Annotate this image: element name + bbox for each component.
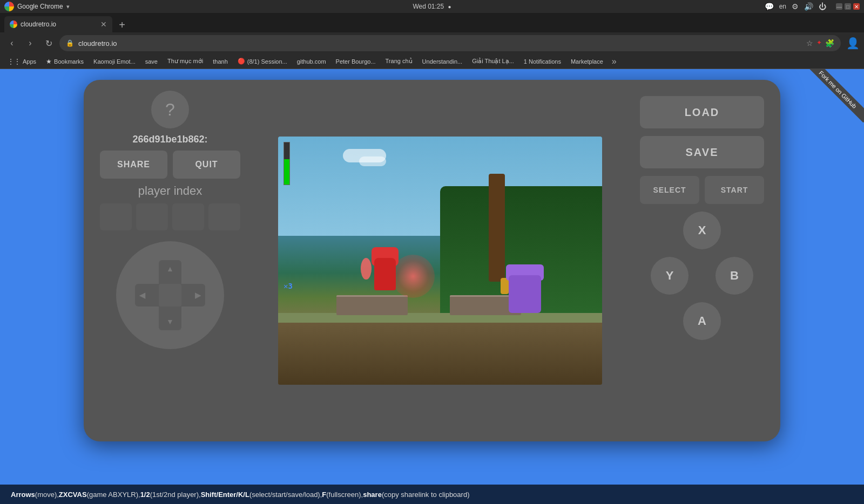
lock-icon: 🔒 <box>66 39 74 47</box>
select-button[interactable]: SELECT <box>640 176 699 204</box>
save-button[interactable]: SAVE <box>640 136 764 168</box>
bookmark-peter-label: Peter Bourgo... <box>336 58 376 65</box>
dpad-left-icon[interactable]: ◀ <box>139 291 145 299</box>
language-indicator[interactable]: en <box>779 3 786 10</box>
enemy-character <box>506 264 544 313</box>
player-slot-1[interactable] <box>100 203 132 230</box>
bookmark-facebook-notif[interactable]: 1 Notifications <box>521 57 564 66</box>
dpad-center <box>159 284 181 307</box>
cloud2 <box>359 156 386 166</box>
load-button[interactable]: LOAD <box>640 96 764 128</box>
game-canvas: ✕3 <box>278 137 602 385</box>
player-slot-2[interactable] <box>136 203 168 230</box>
bookmark-kaomoji-label: Kaomoji Emot... <box>93 58 136 65</box>
help-button[interactable]: ? <box>151 91 189 128</box>
player-character <box>369 247 401 290</box>
dropdown-arrow-icon[interactable]: ▾ <box>66 3 70 10</box>
browser-title: Google Chrome <box>17 3 63 10</box>
power-icon[interactable]: ⏻ <box>819 2 826 11</box>
player-slot-3[interactable] <box>172 203 204 230</box>
bookmark-giai-thuat[interactable]: Giải Thuật Lạ... <box>469 57 517 66</box>
status-share: share <box>363 491 382 499</box>
platform-1 <box>336 295 408 315</box>
enemy-body <box>509 275 541 313</box>
bookmark-giai-thuat-label: Giải Thuật Lạ... <box>472 58 514 65</box>
titlebar-clock: Wed 01:25 ● <box>413 3 451 10</box>
dpad-right-icon[interactable]: ▶ <box>195 291 201 299</box>
close-button[interactable]: ✕ <box>853 3 860 10</box>
chrome-logo-icon <box>4 2 14 11</box>
bookmark-marketplace[interactable]: Marketplace <box>568 57 606 66</box>
x-button[interactable]: X <box>683 212 721 249</box>
energy-bar-container <box>284 142 290 185</box>
bookmark-understanding[interactable]: Understandin... <box>419 57 466 66</box>
select-start-row: SELECT START <box>640 176 764 204</box>
player-slots <box>100 203 240 230</box>
start-button[interactable]: START <box>705 176 764 204</box>
bookmark-marketplace-label: Marketplace <box>571 58 603 65</box>
page-content: Fork me on GitHub ? 266d91be1b862: SHARE… <box>0 69 864 504</box>
address-text[interactable]: cloudretro.io <box>78 39 802 47</box>
browser-titlebar: Google Chrome ▾ Wed 01:25 ● 💬 en ⚙ 🔊 ⏻ —… <box>0 0 864 13</box>
bookmark-understanding-label: Understandin... <box>422 58 463 65</box>
quit-button[interactable]: QUIT <box>173 151 240 179</box>
y-b-row: Y B <box>640 257 764 295</box>
maximize-button[interactable]: □ <box>845 3 851 10</box>
star-icon[interactable]: ☆ <box>806 39 813 47</box>
dpad[interactable]: ▲ ▼ ◀ ▶ <box>116 241 224 349</box>
back-button[interactable]: ‹ <box>4 36 19 51</box>
titlebar-left: Google Chrome ▾ <box>4 2 70 11</box>
bookmarks-more-icon[interactable]: » <box>612 57 617 66</box>
player-slot-4[interactable] <box>208 203 240 230</box>
hud-lives: ✕3 <box>284 282 293 290</box>
audio-icon[interactable]: 🔊 <box>804 2 813 11</box>
ground <box>278 323 602 385</box>
address-box[interactable]: 🔒 cloudretro.io ☆ ✦ 🧩 <box>59 35 841 51</box>
window-controls: — □ ✕ <box>836 3 860 10</box>
player-body <box>374 258 396 290</box>
game-screen[interactable]: ✕3 <box>278 137 602 385</box>
bookmark-thanh[interactable]: thanh <box>210 57 231 66</box>
tree-trunk <box>489 174 505 282</box>
share-button[interactable]: SHARE <box>100 151 167 179</box>
y-button[interactable]: Y <box>651 257 688 295</box>
tab-bar: cloudretro.io ✕ + <box>0 13 864 32</box>
active-tab[interactable]: cloudretro.io ✕ <box>4 16 112 32</box>
tab-close-icon[interactable]: ✕ <box>100 20 107 29</box>
bookmark-trang-chu[interactable]: Trang chủ <box>382 57 416 66</box>
discord-icon: 💬 <box>765 2 774 11</box>
right-panel: LOAD SAVE SELECT START X Y B A <box>640 91 764 431</box>
bookmark-kaomoji[interactable]: Kaomoji Emot... <box>90 57 139 66</box>
status-shift: Shift/Enter/K/L <box>201 491 249 499</box>
bookmark-peter[interactable]: Peter Bourgo... <box>333 57 379 66</box>
bookmark-github-com-label: github.com <box>297 58 326 65</box>
status-arrows: Arrows <box>11 491 35 499</box>
dpad-down-icon[interactable]: ▼ <box>166 317 174 326</box>
settings-icon[interactable]: ⚙ <box>792 2 799 11</box>
bookmark-thu-muc[interactable]: Thư mục mới <box>164 57 206 66</box>
bookmark-thu-muc-label: Thư mục mới <box>167 58 203 65</box>
apps-icon: ⋮⋮ <box>8 58 21 65</box>
b-button[interactable]: B <box>716 257 753 295</box>
forward-button[interactable]: › <box>23 36 38 51</box>
fork-ribbon-text[interactable]: Fork me on GitHub <box>805 69 864 122</box>
bookmark-apps[interactable]: ⋮⋮ Apps <box>4 57 39 66</box>
fork-ribbon[interactable]: Fork me on GitHub <box>799 69 864 134</box>
bookmark-save-label: save <box>145 58 158 65</box>
bookmark-save[interactable]: save <box>142 57 161 66</box>
status-f: F <box>322 491 326 499</box>
new-tab-button[interactable]: + <box>114 17 130 32</box>
bookmark-github-com[interactable]: github.com <box>294 57 329 66</box>
bookmark-thanh-label: thanh <box>213 58 228 65</box>
bookmarks-bar: ⋮⋮ Apps ★ Bookmarks Kaomoji Emot... save… <box>0 54 864 69</box>
bookmark-session[interactable]: 🔴 (8/1) Session... <box>234 57 291 66</box>
a-button[interactable]: A <box>683 302 721 340</box>
reload-button[interactable]: ↻ <box>41 36 56 51</box>
bookmark-bookmarks[interactable]: ★ Bookmarks <box>43 57 87 66</box>
minimize-button[interactable]: — <box>836 3 842 10</box>
dpad-up-icon[interactable]: ▲ <box>166 264 174 273</box>
dpad-cross[interactable]: ▲ ▼ ◀ ▶ <box>135 260 205 330</box>
star-bm-icon: ★ <box>46 58 52 65</box>
extensions-icon[interactable]: 🧩 <box>825 39 834 47</box>
profile-icon[interactable]: 👤 <box>846 37 860 50</box>
